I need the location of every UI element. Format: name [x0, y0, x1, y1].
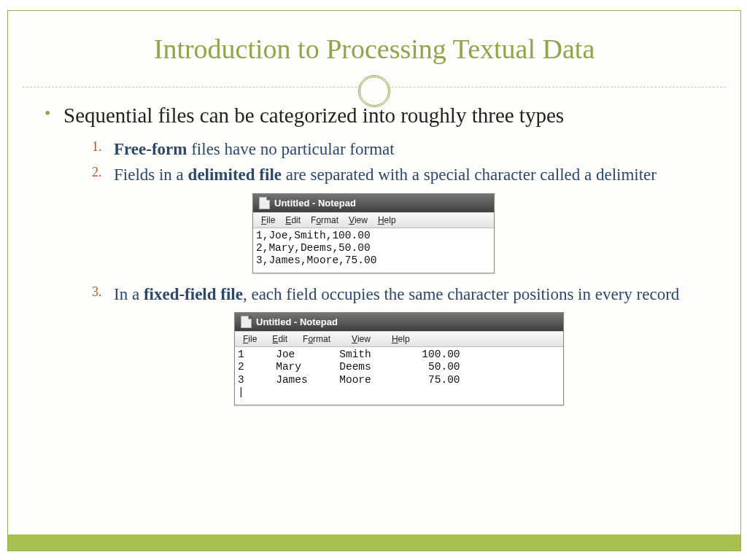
list-item-2: 2. Fields in a delimited file are separa…	[92, 164, 704, 185]
term-delimited: delimited file	[188, 166, 282, 184]
term-freeform: Free-form	[114, 140, 187, 158]
slide: Introduction to Processing Textual Data …	[7, 10, 741, 551]
notepad-window: Untitled - Notepad FileEditFormatViewHel…	[252, 193, 495, 273]
notepad-icon	[259, 197, 270, 209]
menu-edit: Edit	[280, 214, 306, 226]
slide-bottom-bar	[8, 534, 740, 551]
menu-file: File	[256, 214, 280, 226]
slide-title: Introduction to Processing Textual Data	[23, 33, 726, 65]
menu-view: View	[344, 214, 373, 226]
item-number: 3.	[92, 284, 102, 300]
menu-file: File	[238, 333, 262, 345]
notepad-titlebar: Untitled - Notepad	[253, 194, 494, 212]
numbered-list: 1. Free-form files have no particular fo…	[92, 139, 704, 405]
notepad-title: Untitled - Notepad	[274, 198, 356, 209]
notepad-title: Untitled - Notepad	[256, 316, 338, 327]
notepad-window: Untitled - Notepad FileEditFormatViewHel…	[234, 312, 564, 405]
menu-view: View	[336, 333, 376, 345]
item-2-pre: Fields in a	[114, 166, 188, 184]
notepad-body: 1,Joe,Smith,100.00 2,Mary,Deems,50.00 3,…	[253, 228, 494, 273]
menu-help: Help	[373, 214, 401, 226]
item-1-text: files have no particular format	[187, 140, 394, 158]
notepad-screenshot-2: Untitled - Notepad FileEditFormatViewHel…	[92, 309, 704, 405]
item-number: 2.	[92, 164, 102, 181]
notepad-titlebar: Untitled - Notepad	[235, 313, 563, 331]
item-3-pre: In a	[114, 285, 144, 303]
item-number: 1.	[92, 139, 102, 155]
item-3-post: , each field occupies the same character…	[243, 285, 679, 303]
list-item-1: 1. Free-form files have no particular fo…	[92, 139, 704, 160]
menu-help: Help	[376, 333, 415, 345]
notepad-body: 1 Joe Smith 100.00 2 Mary Deems 50.00 3 …	[235, 347, 563, 404]
notepad-icon	[241, 316, 252, 328]
list-item-3: 3. In a fixed-field file, each field occ…	[92, 284, 704, 305]
menu-format: Format	[306, 214, 344, 226]
notepad-menubar: FileEditFormatViewHelp	[235, 331, 563, 347]
main-bullet: Sequential files can be categorized into…	[63, 102, 704, 130]
item-2-post: are separated with a special character c…	[282, 166, 657, 184]
menu-edit: Edit	[262, 333, 293, 345]
notepad-menubar: FileEditFormatViewHelp	[253, 212, 494, 228]
notepad-screenshot-1: Untitled - Notepad FileEditFormatViewHel…	[92, 190, 704, 273]
term-fixedfield: fixed-field file	[144, 285, 243, 303]
slide-content: Sequential files can be categorized into…	[44, 102, 704, 405]
menu-format: Format	[293, 333, 336, 345]
